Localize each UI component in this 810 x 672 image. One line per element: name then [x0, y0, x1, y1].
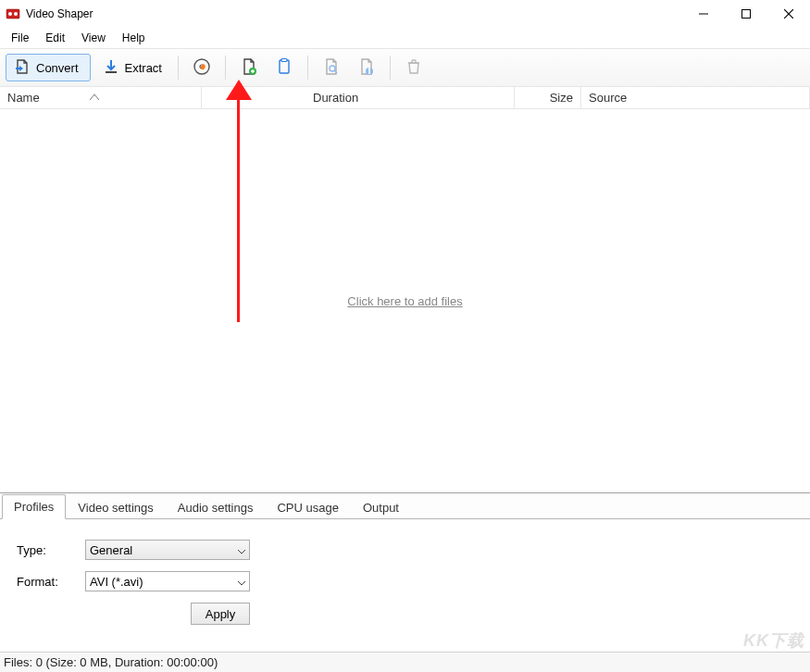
column-duration-label: Duration [313, 91, 358, 105]
column-header-source[interactable]: Source [581, 87, 810, 108]
format-value: AVI (*.avi) [90, 575, 143, 589]
type-value: General [90, 543, 132, 557]
add-files-link[interactable]: Click here to add files [347, 294, 462, 308]
toolbar: Convert Extract i [0, 48, 810, 87]
convert-button[interactable]: Convert [6, 54, 91, 81]
type-label: Type: [17, 543, 85, 557]
svg-point-2 [14, 12, 18, 16]
paste-button[interactable] [268, 54, 300, 81]
svg-rect-4 [742, 10, 751, 19]
close-button[interactable] [767, 0, 810, 28]
status-bar: Files: 0 (Size: 0 MB, Duration: 00:00:00… [0, 652, 810, 672]
svg-text:i: i [368, 63, 371, 76]
toolbar-separator [225, 56, 226, 80]
toolbar-separator [390, 56, 391, 80]
title-bar: Video Shaper [0, 0, 810, 28]
trash-icon [405, 57, 423, 79]
format-select[interactable]: AVI (*.avi) [85, 571, 250, 591]
column-header-name[interactable]: Name [0, 87, 202, 108]
settings-panel: Profiles Video settings Audio settings C… [0, 492, 810, 649]
column-name-label: Name [7, 91, 40, 105]
convert-icon [14, 58, 31, 78]
menu-bar: File Edit View Help [0, 28, 810, 48]
extract-button[interactable]: Extract [94, 54, 170, 81]
svg-point-1 [8, 12, 12, 16]
tab-audio-settings[interactable]: Audio settings [166, 495, 266, 519]
add-file-button[interactable] [233, 54, 265, 81]
column-size-label: Size [550, 91, 573, 105]
tab-output[interactable]: Output [351, 495, 411, 519]
burn-button[interactable] [186, 54, 218, 81]
svg-rect-15 [281, 58, 287, 61]
menu-edit[interactable]: Edit [38, 30, 72, 46]
delete-button[interactable] [398, 54, 430, 81]
format-label: Format: [17, 575, 85, 589]
toolbar-separator [307, 56, 308, 80]
file-list-body[interactable]: Click here to add files [0, 109, 810, 492]
column-header-size[interactable]: Size [515, 87, 581, 108]
menu-help[interactable]: Help [115, 30, 153, 46]
chevron-down-icon [238, 543, 245, 557]
clipboard-icon [275, 57, 293, 79]
app-icon [6, 6, 20, 21]
column-source-label: Source [589, 91, 627, 105]
tabstrip: Profiles Video settings Audio settings C… [0, 493, 810, 519]
minimize-button[interactable] [682, 0, 725, 28]
maximize-button[interactable] [725, 0, 767, 28]
column-header-duration[interactable]: Duration [202, 87, 515, 108]
sort-indicator-icon [90, 89, 99, 103]
menu-view[interactable]: View [74, 30, 113, 46]
apply-button[interactable]: Apply [191, 603, 250, 625]
window-controls [682, 0, 810, 28]
file-search-icon [322, 57, 341, 79]
burn-icon [193, 57, 211, 79]
apply-label: Apply [206, 607, 236, 621]
extract-label: Extract [125, 61, 162, 75]
extract-icon [103, 58, 119, 78]
file-info-button[interactable]: i [351, 54, 382, 81]
tab-cpu-usage[interactable]: CPU usage [265, 495, 350, 519]
convert-label: Convert [36, 61, 79, 75]
profiles-panel: Type: General Format: AVI (*.avi) Apply [0, 519, 810, 649]
svg-point-16 [330, 66, 335, 71]
preview-button[interactable] [316, 54, 347, 81]
tab-profiles[interactable]: Profiles [2, 494, 66, 519]
tab-video-settings[interactable]: Video settings [66, 495, 165, 519]
menu-file[interactable]: File [4, 30, 36, 46]
file-list-header: Name Duration Size Source [0, 87, 810, 109]
type-select[interactable]: General [85, 540, 250, 560]
status-text: Files: 0 (Size: 0 MB, Duration: 00:00:00… [4, 655, 218, 669]
file-info-icon: i [357, 57, 376, 79]
add-file-icon [240, 57, 258, 79]
chevron-down-icon [238, 575, 245, 589]
window-title: Video Shaper [26, 7, 682, 20]
toolbar-separator [178, 56, 179, 80]
